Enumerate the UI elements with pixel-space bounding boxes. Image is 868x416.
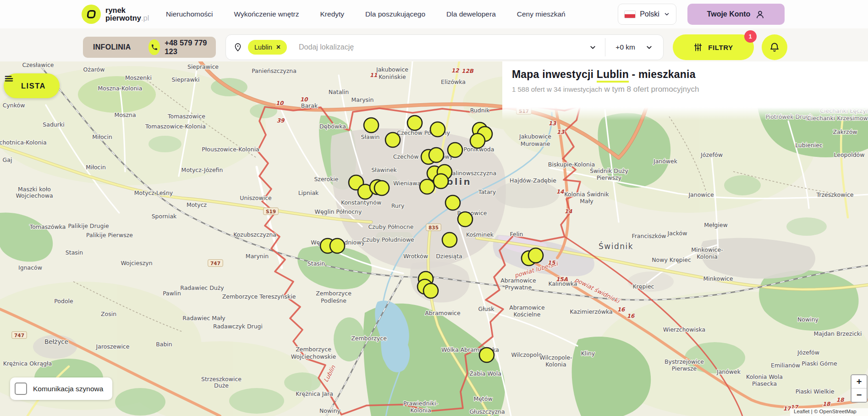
nav-item-ceny-mieszkan[interactable]: Ceny mieszkań: [517, 10, 566, 18]
list-button-label: LISTA: [21, 82, 46, 90]
location-search-bar[interactable]: Lublin × Dodaj lokalizację +0 km: [225, 34, 664, 60]
map-place-label: Abramowice: [509, 304, 545, 311]
poland-flag-icon: [624, 11, 636, 18]
map-road-shield-label: S19: [266, 209, 276, 214]
nav-item-wykonczenie-wnetrz[interactable]: Wykończenie wnętrz: [234, 10, 299, 18]
chevron-down-icon[interactable]: [589, 44, 597, 51]
map-marker[interactable]: [442, 233, 457, 247]
map-place-label: Radawiec Duży: [180, 284, 224, 291]
map-place-label: Kolonia: [545, 361, 566, 368]
map-place-label: Nowiny: [797, 316, 819, 323]
map-place-label: Zemborzyce: [316, 290, 352, 297]
map-place-label: Sławin: [361, 133, 380, 140]
map-road-shield-label: 747: [210, 261, 220, 266]
map-place-label: Kolonia: [697, 253, 717, 260]
map-marker[interactable]: [479, 348, 494, 362]
map-place-label: Józefów: [797, 349, 819, 356]
map-marker[interactable]: [374, 181, 389, 195]
map-marker[interactable]: [434, 174, 448, 189]
map-place-label: Moszna-Kolonia: [98, 85, 143, 92]
map-place-label: Wierzchowiska: [663, 326, 705, 333]
search-input[interactable]: Dodaj lokalizację: [299, 43, 589, 51]
language-label: Polski: [640, 10, 659, 18]
filters-button[interactable]: FILTRY 1: [673, 34, 754, 60]
map-place-label: Płouszowice-Kolonia: [202, 146, 259, 153]
map-place-label: Wieniawa: [393, 180, 421, 187]
map-road-ref: 39: [277, 117, 285, 124]
nav-item-dla-dewelopera[interactable]: Dla dewelopera: [446, 10, 496, 18]
map-place-label: Czesławice: [22, 61, 54, 68]
map-place-label: Minkowice-: [691, 246, 723, 253]
map-place-label: Tomaszowice: [167, 113, 205, 120]
zoom-out-button[interactable]: −: [852, 388, 867, 402]
map-place-label: Węglin Północny: [315, 208, 362, 215]
map-road-ref: 16: [627, 313, 635, 319]
map-road-ref: 14: [565, 208, 572, 215]
logo-text: rynek pierwotny.pl: [105, 6, 149, 22]
map-place-label: Sporniak: [152, 213, 177, 220]
nav-item-kredyty[interactable]: Kredyty: [320, 10, 345, 18]
map-place-label: Kozubszczyzna: [233, 231, 276, 238]
map-marker[interactable]: [385, 133, 400, 147]
map-road-shield-label: 747: [14, 333, 24, 338]
site-logo[interactable]: rynek pierwotny.pl: [82, 5, 149, 24]
map-canvas[interactable]: LublinŚwidnikCzesławiceOżarówMoszenkiSie…: [0, 61, 868, 416]
zoom-in-button[interactable]: +: [852, 375, 867, 388]
map-place-label: Czuby Południowe: [362, 236, 414, 243]
map-place-label: Konińskie: [379, 73, 406, 80]
map-place-label: Bełżyce: [44, 338, 68, 345]
nav-item-nieruchomosci[interactable]: Nieruchomości: [166, 10, 213, 18]
rail-transit-toggle[interactable]: Komunikacja szynowa: [10, 377, 112, 400]
map-road-ref: 11: [370, 72, 378, 78]
map-road-ref: 15: [548, 260, 556, 266]
chevron-down-icon: [645, 44, 653, 51]
chevron-down-icon: [664, 11, 670, 17]
radius-dropdown[interactable]: +0 km: [605, 43, 657, 51]
map-place-label: Nowiny: [319, 407, 341, 414]
map-place-label: Józefów: [700, 151, 723, 158]
map-place-label: Wojciechowskie: [291, 353, 336, 360]
notifications-button[interactable]: [762, 34, 787, 60]
infoline-banner[interactable]: INFOLINIA +48 579 779 123: [83, 37, 216, 58]
map-place-label: Natalin: [329, 89, 349, 95]
account-button[interactable]: Twoje Konto: [687, 4, 785, 25]
map-marker[interactable]: [423, 283, 438, 298]
phone-icon: [148, 39, 160, 55]
map-place-label: Rudnik: [470, 107, 490, 114]
map-marker[interactable]: [330, 239, 345, 253]
map-place-label: Miłocin: [92, 133, 112, 140]
map-marker[interactable]: [528, 248, 543, 263]
map-place-label: Mały: [580, 198, 593, 205]
map-marker[interactable]: [448, 143, 462, 157]
map-marker[interactable]: [458, 212, 472, 227]
map-place-label: Marynin: [246, 253, 269, 260]
map-place-label: Tatary: [478, 189, 496, 195]
map-marker[interactable]: [445, 195, 460, 210]
map-place-label: Bochotnica-Kolonia: [0, 139, 47, 146]
nav-item-dla-poszukujacego[interactable]: Dla poszukującego: [365, 10, 425, 18]
map-place-label: Pierwsze: [672, 365, 697, 372]
user-icon: [755, 10, 765, 19]
map-place-label: Mełgiew: [704, 222, 727, 228]
map-place-label: Janówek: [716, 368, 741, 375]
location-pin-icon: [233, 43, 242, 52]
map-place-label: Panieńszczyzna: [252, 67, 297, 74]
main-navigation: Nieruchomości Wykończenie wnętrz Kredyty…: [166, 0, 566, 28]
map-marker[interactable]: [407, 116, 422, 130]
map-road-ref: 12B: [461, 68, 474, 74]
map-place-label: Piaski Wielkie: [796, 388, 835, 395]
map-road-ref: 18: [823, 401, 831, 407]
map-place-label: Stasin: [66, 249, 83, 256]
rail-transit-checkbox[interactable]: [15, 383, 27, 395]
map-marker[interactable]: [430, 122, 445, 137]
language-selector[interactable]: Polski: [618, 4, 676, 25]
account-label: Twoje Konto: [707, 10, 751, 18]
list-view-button[interactable]: LISTA: [4, 73, 60, 98]
chip-remove-icon[interactable]: ×: [276, 43, 280, 51]
map-marker[interactable]: [420, 179, 434, 194]
map-place-label: Palikije Drugie: [68, 222, 109, 229]
map-marker[interactable]: [364, 118, 379, 133]
map-marker[interactable]: [470, 133, 485, 148]
map-marker[interactable]: [429, 148, 444, 162]
location-chip-lublin[interactable]: Lublin ×: [248, 40, 287, 55]
